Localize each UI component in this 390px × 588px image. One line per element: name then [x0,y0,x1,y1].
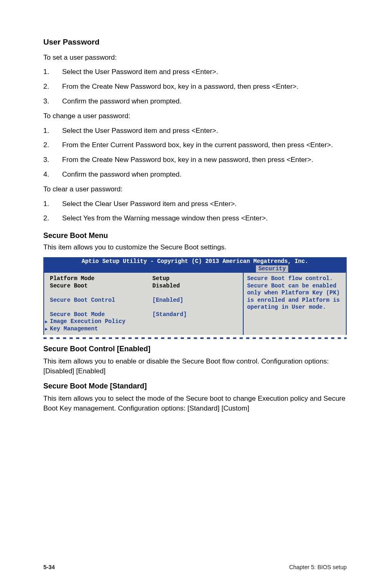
bios-submenu: Image Execution Policy [50,318,152,325]
list-text: From the Create New Password box, key in… [62,155,347,165]
bios-submenu: Key Management [50,325,152,333]
list-text: From the Enter Current Password box, key… [62,140,347,150]
list-num: 2. [43,213,51,223]
list-text: Select the User Password item and press … [62,126,347,136]
list-text: Select the User Password item and press … [62,67,347,77]
bios-field-value: [Standard] [152,311,240,319]
sbm-desc: This item allows you to select the mode … [43,394,347,413]
list-num: 3. [43,97,51,106]
bios-title: Aptio Setup Utility - Copyright (C) 2013… [82,258,309,265]
list-num: 4. [43,170,51,180]
text-to-set: To set a user password: [43,53,347,63]
list-text: Confirm the password when prompted. [62,97,347,106]
page-number: 5-34 [43,563,55,572]
list-num: 3. [43,155,51,165]
list-text: Confirm the password when prompted. [62,170,347,180]
list-num: 2. [43,140,51,150]
bios-field-label: Secure Boot [50,283,152,290]
bios-screenshot: Aptio Setup Utility - Copyright (C) 2013… [43,257,347,337]
bios-field-value: Setup [152,275,240,283]
list-clear-password: 1.Select the Clear User Password item an… [43,199,347,224]
list-num: 1. [43,67,51,77]
sbc-desc: This item allows you to enable or disabl… [43,357,347,376]
secure-boot-menu-desc: This item allows you to customize the Se… [43,242,347,252]
list-num: 2. [43,82,51,92]
list-change-password: 1.Select the User Password item and pres… [43,126,347,180]
bios-help-pane: Secure Boot flow control. Secure Boot ca… [244,273,347,335]
chapter-label: Chapter 5: BIOS setup [289,563,347,572]
list-set-password: 1.Select the User Password item and pres… [43,67,347,106]
bios-tab-security: Security [256,265,288,273]
list-num: 1. [43,199,51,209]
bios-left-pane: Platform ModeSetup Secure BootDisabled S… [44,273,244,335]
bios-field-label: Secure Boot Mode [50,311,152,319]
section-sbc-heading: Secure Boot Control [Enabled] [43,344,347,354]
bios-field-value: Disabled [152,283,240,290]
bios-field-label: Secure Boot Control [50,297,152,304]
bios-field-label: Platform Mode [50,275,152,283]
list-text: From the Create New Password box, key in… [62,82,347,92]
list-text: Select Yes from the Warning message wind… [62,213,347,223]
bios-field-value: [Enabled] [152,297,240,304]
section-sbm-heading: Secure Boot Mode [Standard] [43,381,347,391]
bios-help-text: Secure Boot flow control. Secure Boot ca… [247,275,340,310]
text-to-clear: To clear a user password: [43,184,347,194]
list-text: Select the Clear User Password item and … [62,199,347,209]
section-secure-boot-menu-heading: Secure Boot Menu [43,231,347,241]
section-user-password-heading: User Password [43,37,347,48]
text-to-change: To change a user password: [43,111,347,121]
page-footer: 5-34 Chapter 5: BIOS setup [43,563,347,572]
list-num: 1. [43,126,51,136]
